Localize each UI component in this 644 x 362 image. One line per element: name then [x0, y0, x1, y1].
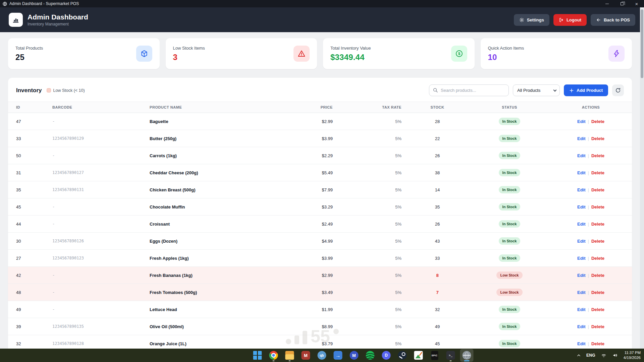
taskbar-file-explorer[interactable]: [283, 349, 297, 362]
cell-stock: 22: [406, 130, 469, 147]
cell-actions: Edit|Delete: [550, 233, 632, 250]
status-badge: In Stock: [499, 169, 521, 176]
taskbar-discord[interactable]: D: [380, 349, 393, 362]
delete-link[interactable]: Delete: [591, 222, 604, 227]
edit-link[interactable]: Edit: [577, 307, 586, 312]
refresh-button[interactable]: [612, 84, 624, 96]
edit-link[interactable]: Edit: [577, 256, 586, 261]
inventory-table: ID BARCODE PRODUCT NAME PRICE TAX RATE S…: [8, 102, 632, 352]
taskbar-malwarebytes[interactable]: M: [347, 349, 361, 362]
cell-actions: Edit|Delete: [550, 301, 632, 318]
delete-link[interactable]: Delete: [591, 273, 604, 278]
taskbar-pos-app[interactable]: [460, 349, 474, 362]
delete-link[interactable]: Delete: [591, 136, 604, 141]
edit-link[interactable]: Edit: [577, 239, 586, 244]
edit-link[interactable]: Edit: [577, 290, 586, 295]
cell-id: 49: [8, 301, 48, 318]
delete-link[interactable]: Delete: [591, 204, 604, 209]
window-scrollbar[interactable]: [640, 7, 644, 349]
cell-product-name: Carrots (1kg): [146, 147, 310, 164]
edit-link[interactable]: Edit: [577, 170, 586, 175]
delete-link[interactable]: Delete: [591, 341, 604, 346]
table-row: 27 1234567890123 Fresh Apples (1kg) $3.9…: [8, 250, 632, 267]
delete-link[interactable]: Delete: [591, 239, 604, 244]
low-stock-legend: Low Stock (< 10): [47, 88, 85, 93]
edit-link[interactable]: Edit: [577, 204, 586, 209]
taskbar-terminal[interactable]: >_: [444, 349, 458, 362]
cell-price: $5.49: [310, 164, 337, 181]
cell-price: $1.99: [310, 301, 337, 318]
refresh-icon: [615, 87, 621, 93]
cell-stock: 43: [406, 233, 469, 250]
discord-icon: D: [382, 351, 391, 360]
cell-product-name: Lettuce Head: [146, 301, 310, 318]
taskbar-mania[interactable]: M: [299, 349, 313, 362]
cell-price: $3.29: [310, 198, 337, 216]
cell-status: Low Stock: [469, 284, 550, 301]
stat-card-total-products: Total Products 25: [8, 38, 160, 69]
settings-button[interactable]: Settings: [514, 14, 549, 26]
taskbar-start-button[interactable]: [251, 349, 264, 362]
cell-stock: 26: [406, 147, 469, 164]
taskbar-download-manager[interactable]: →: [331, 349, 345, 362]
language-indicator[interactable]: ENG: [586, 353, 595, 358]
stat-label: Low Stock Items: [173, 46, 205, 51]
cell-price: $7.99: [310, 181, 337, 198]
clock[interactable]: 11:37 PM 4/19/2026: [624, 350, 641, 360]
wifi-icon[interactable]: [601, 353, 607, 358]
cell-barcode: 1234567890126: [48, 233, 146, 250]
volume-icon[interactable]: [612, 353, 618, 358]
scrollbar-thumb[interactable]: [641, 9, 643, 78]
cell-stock: 38: [406, 164, 469, 181]
status-badge: In Stock: [499, 186, 521, 193]
edit-link[interactable]: Edit: [577, 324, 586, 329]
search-input[interactable]: [429, 84, 509, 96]
taskbar-qbittorrent[interactable]: qb: [315, 349, 329, 362]
restore-button[interactable]: [614, 0, 629, 7]
product-filter-select[interactable]: All Products: [513, 84, 560, 96]
delete-link[interactable]: Delete: [591, 256, 604, 261]
edit-link[interactable]: Edit: [577, 136, 586, 141]
action-separator: |: [588, 290, 589, 295]
edit-link[interactable]: Edit: [577, 273, 586, 278]
gear-icon: [519, 17, 524, 22]
edit-link[interactable]: Edit: [577, 341, 586, 346]
col-status: STATUS: [469, 102, 550, 113]
logout-button[interactable]: Logout: [553, 14, 587, 26]
table-row: 35 1234567890131 Chicken Breast (500g) $…: [8, 181, 632, 198]
cell-tax-rate: 5%: [337, 216, 406, 233]
cell-actions: Edit|Delete: [550, 318, 632, 335]
taskbar-steam[interactable]: [396, 349, 409, 362]
status-badge: In Stock: [499, 220, 521, 228]
taskbar-spotify[interactable]: [364, 349, 377, 362]
action-separator: |: [588, 307, 589, 312]
add-product-button[interactable]: Add Product: [564, 84, 608, 96]
stat-value: 3: [173, 53, 205, 62]
delete-link[interactable]: Delete: [591, 290, 604, 295]
delete-link[interactable]: Delete: [591, 324, 604, 329]
cell-actions: Edit|Delete: [550, 267, 632, 284]
cell-tax-rate: 5%: [337, 164, 406, 181]
delete-link[interactable]: Delete: [591, 170, 604, 175]
taskbar-epic-games[interactable]: EPIC: [428, 349, 441, 362]
minimize-button[interactable]: [600, 0, 614, 7]
inventory-panel: Inventory Low Stock (< 10) All Products: [8, 78, 632, 356]
edit-link[interactable]: Edit: [577, 222, 586, 227]
delete-link[interactable]: Delete: [591, 187, 604, 192]
cell-id: 44: [8, 216, 48, 233]
taskbar-chrome[interactable]: [267, 349, 280, 362]
tray-chevron-up-icon[interactable]: [577, 353, 581, 358]
taskbar-photos[interactable]: [412, 349, 425, 362]
delete-link[interactable]: Delete: [591, 307, 604, 312]
cell-stock: 32: [406, 301, 469, 318]
delete-link[interactable]: Delete: [591, 153, 604, 158]
close-button[interactable]: ×: [629, 0, 644, 7]
edit-link[interactable]: Edit: [577, 187, 586, 192]
edit-link[interactable]: Edit: [577, 153, 586, 158]
restore-icon: [621, 2, 624, 5]
cell-barcode: -: [48, 284, 146, 301]
action-separator: |: [588, 136, 589, 141]
delete-link[interactable]: Delete: [591, 119, 604, 124]
back-to-pos-button[interactable]: Back to POS: [591, 14, 635, 26]
edit-link[interactable]: Edit: [577, 119, 586, 124]
